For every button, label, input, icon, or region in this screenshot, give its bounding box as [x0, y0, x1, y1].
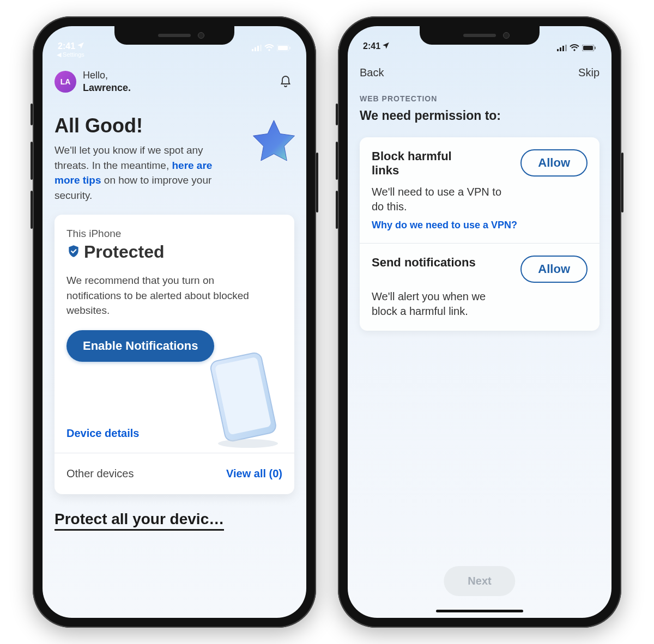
device-card: This iPhone Protected We recommend that … — [55, 215, 294, 494]
truncated-heading: Protect all your devic… — [55, 511, 224, 531]
skip-button[interactable]: Skip — [578, 66, 600, 79]
card-recommendation: We recommend that you turn on notificati… — [66, 273, 263, 318]
notch — [420, 26, 540, 45]
svg-rect-12 — [562, 46, 564, 51]
vpn-why-link[interactable]: Why do we need to use a VPN? — [372, 220, 588, 231]
permissions-card: Block harmful links Allow We'll need to … — [360, 137, 600, 331]
svg-rect-0 — [252, 49, 253, 51]
back-button[interactable]: Back — [360, 66, 384, 79]
greeting-text: Hello, Lawrence. — [83, 69, 131, 94]
svg-rect-13 — [565, 45, 567, 51]
avatar[interactable]: LA — [55, 71, 76, 93]
screen-home: 2:41 ◀ Settings LA — [43, 26, 306, 618]
other-devices-label: Other devices — [66, 467, 134, 480]
permission-title: Block harmful links — [372, 149, 481, 178]
home-indicator[interactable] — [436, 610, 523, 612]
star-icon — [248, 118, 300, 169]
shield-check-icon — [66, 244, 81, 260]
phone-frame-left: 2:41 ◀ Settings LA — [33, 16, 316, 628]
battery-icon — [277, 45, 291, 51]
screen-permissions: 2:41 Back Skip — [348, 26, 611, 618]
location-icon — [77, 41, 84, 51]
status-time: 2:41 — [363, 41, 380, 51]
svg-point-9 — [218, 439, 278, 448]
permission-desc: We'll alert you when we block a harmful … — [372, 289, 502, 319]
view-all-link[interactable]: View all (0) — [226, 467, 282, 480]
svg-rect-15 — [583, 46, 593, 50]
back-to-settings[interactable]: ◀ Settings — [43, 51, 306, 58]
svg-rect-11 — [560, 47, 561, 51]
next-button[interactable]: Next — [444, 566, 515, 596]
phone-frame-right: 2:41 Back Skip — [338, 16, 621, 628]
phone-illustration-icon — [196, 351, 289, 449]
signal-icon — [252, 45, 262, 51]
headline-summary: We'll let you know if we spot any threat… — [55, 143, 234, 203]
svg-rect-1 — [255, 47, 256, 51]
svg-rect-10 — [557, 49, 559, 51]
svg-rect-3 — [260, 45, 262, 51]
svg-rect-2 — [257, 46, 259, 51]
location-icon — [382, 41, 390, 51]
allow-block-links-button[interactable]: Allow — [520, 149, 588, 177]
wifi-icon — [570, 44, 579, 51]
battery-icon — [582, 45, 596, 51]
notifications-button[interactable] — [277, 73, 294, 90]
greeting-label: Hello, — [83, 69, 131, 82]
permission-notifications: Send notifications Allow We'll alert you… — [360, 243, 600, 331]
permission-block-links: Block harmful links Allow We'll need to … — [360, 137, 600, 243]
wifi-icon — [264, 44, 274, 51]
allow-notifications-button[interactable]: Allow — [520, 256, 588, 283]
signal-icon — [557, 45, 567, 51]
section-label: WEB PROTECTION — [360, 94, 600, 103]
svg-rect-6 — [289, 46, 290, 49]
user-name: Lawrence. — [83, 82, 131, 94]
device-label: This iPhone — [66, 228, 282, 240]
permission-title: Send notifications — [372, 256, 476, 270]
svg-rect-5 — [278, 46, 288, 50]
status-time: 2:41 — [58, 41, 75, 51]
svg-rect-16 — [595, 46, 596, 49]
enable-notifications-button[interactable]: Enable Notifications — [66, 330, 214, 362]
permission-desc: We'll need to use a VPN to do this. — [372, 185, 502, 214]
section-title: We need permission to: — [360, 108, 600, 123]
notch — [114, 26, 234, 45]
protection-status: Protected — [84, 242, 165, 262]
